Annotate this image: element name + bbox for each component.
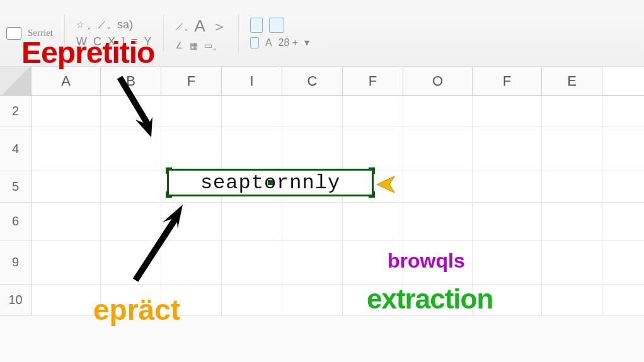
column-headers: A B F I C F O F E	[0, 67, 644, 96]
col-head[interactable]: I	[222, 67, 282, 95]
zoom-dropdown-icon[interactable]: ▾	[304, 37, 309, 48]
col-head[interactable]: A	[32, 67, 101, 95]
col-head[interactable]: C	[282, 67, 343, 95]
font-size-a[interactable]: A	[195, 16, 205, 36]
star-icon[interactable]: ☆ ˬ	[76, 20, 91, 30]
active-cell-value: seaptornnly	[200, 171, 340, 195]
row-head[interactable]: 10	[0, 285, 32, 316]
arrow-down-icon	[113, 74, 164, 144]
annotation-purple: browqls	[388, 249, 465, 273]
select-all-corner[interactable]	[0, 67, 32, 95]
annotation-green: extraction	[367, 283, 493, 315]
col-head[interactable]: E	[542, 67, 602, 95]
row-head[interactable]: 4	[0, 127, 32, 171]
cursor-pointer-icon	[377, 175, 402, 194]
zoom-text[interactable]: 28 +	[279, 37, 299, 48]
page-icon[interactable]	[250, 37, 259, 48]
paste-icon[interactable]	[6, 27, 21, 40]
arrow-up-icon	[126, 198, 195, 286]
col-head[interactable]: F	[161, 67, 222, 95]
col-head[interactable]: F	[343, 67, 403, 95]
col-head[interactable]: O	[403, 67, 473, 95]
active-cell[interactable]: seaptornnly	[167, 169, 374, 196]
svg-marker-0	[377, 176, 394, 193]
row-head[interactable]: 6	[0, 203, 32, 240]
merge-icon[interactable]: ▭ˬ	[204, 40, 217, 50]
row-head[interactable]: 5	[0, 171, 32, 203]
annotation-red: Eepretitio	[21, 35, 154, 70]
separator	[163, 14, 164, 52]
chevron-right-icon[interactable]: ＞	[212, 16, 227, 37]
col-head[interactable]: F	[473, 67, 542, 95]
row-head[interactable]: 9	[0, 240, 32, 285]
doc-icon[interactable]	[250, 18, 263, 33]
row-headers: 2 4 5 6 9 10	[0, 96, 32, 316]
angle-icon[interactable]: ∠	[175, 40, 183, 50]
sa-label[interactable]: sa)	[117, 18, 133, 31]
row-head[interactable]: 2	[0, 96, 32, 127]
annotation-orange: epräct	[93, 293, 180, 327]
pen-icon[interactable]: ／ˬ	[175, 21, 188, 32]
zoom-a: A	[265, 37, 272, 48]
separator	[238, 14, 239, 52]
grid-icon[interactable]: ▦	[190, 40, 198, 50]
clipboard-icon[interactable]	[269, 18, 284, 33]
brush-icon[interactable]: ／ˬ	[98, 19, 111, 30]
